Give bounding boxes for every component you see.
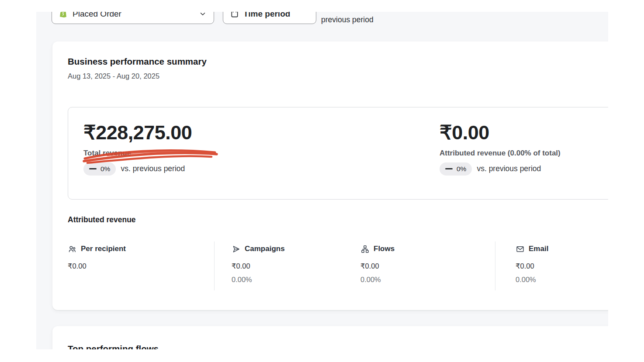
screenshot-canvas: Placed Order Time period previous period… [0, 0, 644, 362]
calendar-icon [230, 12, 239, 18]
card-title: Business performance summary [68, 56, 207, 67]
column-divider [214, 241, 215, 290]
time-period-label: Time period [243, 12, 290, 19]
attributed-column-flows: Flows ₹0.00 0.00% [360, 243, 395, 284]
top-performing-flows-card: Top performing flows [52, 326, 608, 349]
total-revenue-value: ₹228,275.00 [83, 121, 192, 144]
change-badge: 0% [440, 162, 472, 176]
time-period-button[interactable]: Time period [223, 12, 316, 24]
attributed-revenue-label: Attributed revenue (0.00% of total) [440, 149, 561, 158]
column-label: Campaigns [245, 245, 285, 253]
column-value: ₹0.00 [360, 262, 395, 270]
column-value: ₹0.00 [232, 262, 285, 270]
metric-dropdown[interactable]: Placed Order [52, 12, 214, 24]
change-context: vs. previous period [121, 164, 185, 173]
no-change-dash-icon [445, 168, 453, 169]
total-revenue-label: Total revenue [83, 149, 192, 158]
attributed-revenue-metric: ₹0.00 Attributed revenue (0.00% of total… [440, 121, 561, 176]
column-percent: 0.00% [360, 276, 395, 284]
column-label: Email [529, 245, 548, 253]
chevron-down-icon [199, 12, 207, 18]
attributed-revenue-value: ₹0.00 [440, 121, 561, 144]
people-icon [68, 245, 77, 254]
shopify-icon [59, 12, 68, 19]
attributed-column-campaigns: Campaigns ₹0.00 0.00% [232, 243, 285, 284]
flow-icon [360, 245, 370, 254]
column-value: ₹0.00 [516, 262, 548, 270]
change-context: vs. previous period [477, 164, 541, 173]
change-badge: 0% [83, 162, 116, 176]
column-value: ₹0.00 [68, 262, 126, 270]
main-content-area: Placed Order Time period previous period… [36, 12, 608, 349]
column-percent: 0.00% [232, 276, 285, 284]
column-percent: 0.00% [516, 276, 548, 284]
card-title: Top performing flows [68, 344, 159, 349]
attributed-revenue-section-title: Attributed revenue [68, 215, 136, 224]
change-percent: 0% [457, 165, 466, 173]
change-percent: 0% [100, 165, 110, 173]
attributed-column-per-recipient: Per recipient ₹0.00 [68, 243, 126, 276]
column-label: Per recipient [81, 245, 126, 253]
attributed-column-email: Email ₹0.00 0.00% [516, 243, 548, 284]
total-revenue-metric: ₹228,275.00 Total revenue 0% vs. previou… [83, 121, 192, 176]
revenue-metric-box: ₹228,275.00 Total revenue 0% vs. previou… [68, 107, 608, 200]
no-change-dash-icon [89, 168, 97, 169]
comparison-period-label: previous period [321, 15, 374, 24]
business-performance-summary-card: Business performance summary Aug 13, 202… [52, 41, 608, 310]
email-icon [516, 245, 525, 254]
column-label: Flows [374, 245, 395, 253]
date-range: Aug 13, 2025 - Aug 20, 2025 [68, 72, 159, 80]
column-divider [495, 241, 495, 290]
send-icon [232, 245, 241, 254]
metric-dropdown-label: Placed Order [73, 12, 194, 19]
